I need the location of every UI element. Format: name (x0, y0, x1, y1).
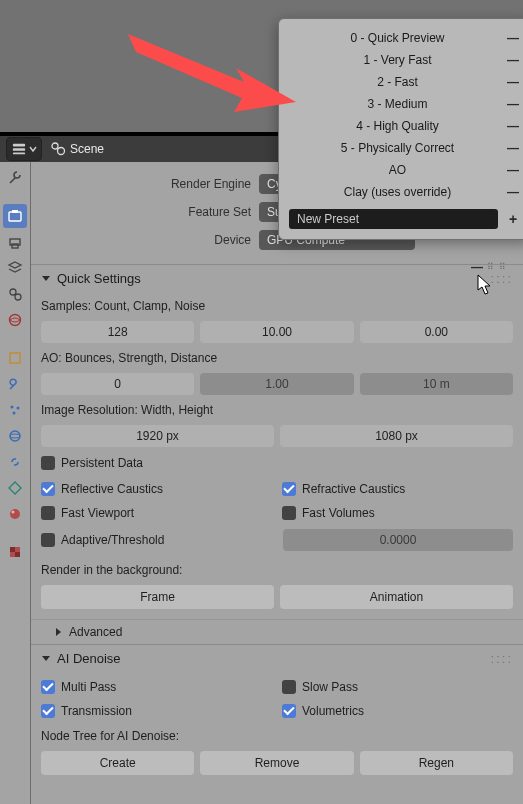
remove-preset-icon[interactable]: — (506, 53, 520, 67)
tab-data[interactable] (3, 476, 27, 500)
render-engine-label: Render Engine (31, 177, 259, 191)
panel-options-icon[interactable]: ⠿ (499, 262, 507, 272)
ai-remove-button[interactable]: Remove (200, 751, 353, 775)
tab-output[interactable] (3, 230, 27, 254)
scene-datablock[interactable]: Scene (50, 141, 104, 157)
checkbox-checked-icon (41, 482, 55, 496)
ai-regen-button[interactable]: Regen (360, 751, 513, 775)
panel-quick-settings: Quick Settings :::: Samples: Count, Clam… (31, 264, 523, 644)
svg-rect-8 (12, 244, 18, 248)
remove-preset-icon[interactable]: — (506, 75, 520, 89)
svg-point-3 (52, 143, 58, 149)
remove-preset-icon[interactable]: — (506, 163, 520, 177)
check-label: Refractive Caustics (302, 482, 405, 496)
subpanel-advanced[interactable]: Advanced (31, 619, 523, 644)
tab-world[interactable] (3, 308, 27, 332)
checkbox-icon (282, 680, 296, 694)
svg-point-15 (13, 412, 16, 415)
samples-count-field[interactable]: 128 (41, 321, 194, 343)
tab-render[interactable] (3, 204, 27, 228)
subpanel-label: Advanced (69, 625, 122, 639)
render-animation-button[interactable]: Animation (280, 585, 513, 609)
preset-item-2[interactable]: 2 - Fast— (289, 71, 520, 93)
preset-item-5[interactable]: 5 - Physically Correct— (289, 137, 520, 159)
tab-viewlayer[interactable] (3, 256, 27, 280)
remove-preset-icon[interactable]: — (506, 141, 520, 155)
panel-title: AI Denoise (57, 651, 121, 666)
remove-preset-icon[interactable]: — (506, 97, 520, 111)
svg-rect-21 (10, 547, 15, 552)
preset-popup: 0 - Quick Preview— 1 - Very Fast— 2 - Fa… (278, 18, 523, 240)
tab-modifier[interactable] (3, 372, 27, 396)
transmission-check[interactable]: Transmission (41, 701, 272, 721)
checkbox-icon (41, 533, 55, 547)
tab-constraints[interactable] (3, 450, 27, 474)
samples-caption: Samples: Count, Clamp, Noise (41, 297, 513, 315)
samples-clamp-field[interactable]: 10.00 (200, 321, 353, 343)
check-label: Fast Viewport (61, 506, 134, 520)
scene-tab-icon (7, 286, 23, 302)
panel-header-quick-settings[interactable]: Quick Settings :::: (31, 265, 523, 291)
preset-item-3[interactable]: 3 - Medium— (289, 93, 520, 115)
slow-pass-check[interactable]: Slow Pass (282, 677, 513, 697)
render-frame-button[interactable]: Frame (41, 585, 274, 609)
physics-icon (7, 428, 23, 444)
preset-item-0[interactable]: 0 - Quick Preview— (289, 27, 520, 49)
remove-preset-icon[interactable]: — (506, 119, 520, 133)
reflective-caustics-check[interactable]: Reflective Caustics (41, 479, 272, 499)
preset-item-1[interactable]: 1 - Very Fast— (289, 49, 520, 71)
svg-marker-23 (128, 34, 296, 112)
tab-physics[interactable] (3, 424, 27, 448)
svg-point-17 (10, 434, 20, 438)
refractive-caustics-check[interactable]: Refractive Caustics (282, 479, 513, 499)
preset-menu-toggle[interactable]: — (471, 260, 483, 274)
resolution-caption: Image Resolution: Width, Height (41, 401, 513, 419)
ai-create-button[interactable]: Create (41, 751, 194, 775)
tab-texture[interactable] (3, 540, 27, 564)
tab-scene[interactable] (3, 282, 27, 306)
scene-name: Scene (70, 142, 104, 156)
tab-tool[interactable] (3, 166, 27, 190)
new-preset-input[interactable]: New Preset (289, 209, 498, 229)
properties-icon (11, 142, 27, 156)
volumetrics-check[interactable]: Volumetrics (282, 701, 513, 721)
device-label: Device (31, 233, 259, 247)
add-preset-icon[interactable]: + (506, 211, 520, 227)
tab-particles[interactable] (3, 398, 27, 422)
fast-volumes-check[interactable]: Fast Volumes (282, 503, 513, 523)
editor-type-dropdown[interactable] (6, 137, 42, 161)
remove-preset-icon[interactable]: — (506, 185, 520, 199)
svg-rect-22 (15, 552, 20, 557)
preset-menu-toggle-alt[interactable]: ⠿ (487, 262, 495, 272)
svg-rect-2 (13, 153, 25, 155)
ao-distance-field[interactable]: 10 m (360, 373, 513, 395)
layers-icon (7, 260, 23, 276)
tab-object[interactable] (3, 346, 27, 370)
samples-noise-field[interactable]: 0.00 (360, 321, 513, 343)
ao-bounces-field[interactable]: 0 (41, 373, 194, 395)
adaptive-threshold-check[interactable]: Adaptive/Threshold (41, 530, 273, 550)
panel-header-ai-denoise[interactable]: AI Denoise :::: (31, 645, 523, 671)
svg-point-11 (10, 315, 21, 326)
checkbox-checked-icon (41, 704, 55, 718)
disclosure-right-icon (53, 627, 63, 637)
cursor-icon (477, 274, 493, 296)
res-height-field[interactable]: 1080 px (280, 425, 513, 447)
ao-strength-field[interactable]: 1.00 (200, 373, 353, 395)
remove-preset-icon[interactable]: — (506, 31, 520, 45)
preset-item-6[interactable]: AO— (289, 159, 520, 181)
persistent-data-check[interactable]: Persistent Data (41, 453, 513, 473)
checkbox-icon (41, 506, 55, 520)
multi-pass-check[interactable]: Multi Pass (41, 677, 272, 697)
fast-viewport-check[interactable]: Fast Viewport (41, 503, 272, 523)
check-label: Adaptive/Threshold (61, 533, 164, 547)
res-width-field[interactable]: 1920 px (41, 425, 274, 447)
material-icon (7, 506, 23, 522)
preset-item-7[interactable]: Clay (uses override)— (289, 181, 520, 203)
tab-material[interactable] (3, 502, 27, 526)
mesh-icon (7, 480, 23, 496)
wrench-icon (7, 170, 23, 186)
adaptive-threshold-field[interactable]: 0.0000 (283, 529, 513, 551)
panel-drag-grip[interactable]: :::: (491, 651, 513, 666)
preset-item-4[interactable]: 4 - High Quality— (289, 115, 520, 137)
